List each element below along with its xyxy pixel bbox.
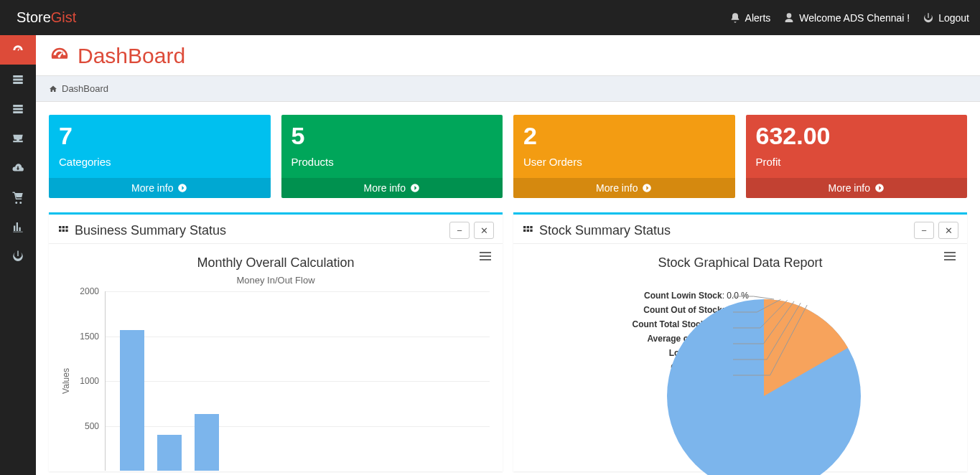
panel-stock: Stock Summary Status − ✕ Stock Graphical… <box>513 212 967 471</box>
panel-title: Stock Summary Status <box>522 223 671 238</box>
logout-link[interactable]: Logout <box>923 12 969 24</box>
y-axis-label: Values <box>61 368 71 394</box>
page-title: DashBoard <box>78 44 185 68</box>
close-button[interactable]: ✕ <box>474 222 494 239</box>
user-icon <box>783 12 795 24</box>
panel-tools: − ✕ <box>914 222 958 239</box>
main-content: DashBoard DashBoard 7 Categories More in… <box>36 35 980 475</box>
bar-chart: Monthly Overall Calculation Money In/Out… <box>49 244 503 471</box>
panel-tools: − ✕ <box>449 222 494 239</box>
plot-area <box>105 291 490 471</box>
collapse-button[interactable]: − <box>914 222 934 239</box>
home-icon <box>49 85 57 93</box>
pie-chart: Stock Graphical Data Report Count Lowin … <box>513 244 967 471</box>
bell-icon <box>729 12 741 24</box>
stat-label: Profit <box>756 156 958 168</box>
content: 7 Categories More info 5 Products More i… <box>36 102 980 475</box>
stat-label: Categories <box>59 156 261 168</box>
barchart-icon <box>11 220 24 233</box>
pie-holder <box>667 299 861 475</box>
collapse-button[interactable]: − <box>449 222 470 239</box>
sidebar-item-grid2[interactable] <box>0 94 36 123</box>
y-axis: Values 500100015002000 <box>62 291 105 471</box>
sidebar <box>0 35 36 475</box>
top-header: StoreGist Alerts Welcome ADS Chennai ! L… <box>0 0 980 35</box>
brand-a: Store <box>17 9 51 25</box>
sidebar-item-cart[interactable] <box>0 182 36 212</box>
sidebar-item-cloud[interactable] <box>0 153 36 182</box>
logout-label: Logout <box>938 12 969 24</box>
chart-title: Monthly Overall Calculation <box>62 255 490 271</box>
stat-value: 7 <box>59 122 261 150</box>
pie-svg <box>667 299 861 475</box>
more-info-link[interactable]: More info <box>49 178 271 198</box>
bar <box>120 330 144 471</box>
breadcrumb: DashBoard <box>36 75 980 102</box>
stat-box-profit: 632.00 Profit More info <box>746 115 968 198</box>
alerts-link[interactable]: Alerts <box>729 12 771 24</box>
more-info-link[interactable]: More info <box>513 178 735 198</box>
page-header: DashBoard <box>36 35 980 75</box>
panel-head: Business Summary Status − ✕ <box>49 215 503 244</box>
chart-menu-button[interactable] <box>944 250 956 263</box>
breadcrumb-item[interactable]: DashBoard <box>62 83 108 94</box>
cloud-down-icon <box>11 161 24 174</box>
panel-business: Business Summary Status − ✕ Monthly Over… <box>49 212 503 471</box>
sidebar-item-chart[interactable] <box>0 212 36 241</box>
more-info-link[interactable]: More info <box>281 178 503 198</box>
stat-box-products: 5 Products More info <box>281 115 503 198</box>
stat-box-user orders: 2 User Orders More info <box>513 115 735 198</box>
grid-icon <box>57 225 69 236</box>
stat-box-categories: 7 Categories More info <box>49 115 271 198</box>
brand-b: Gist <box>51 9 77 25</box>
panel-title-text: Stock Summary Status <box>539 223 671 238</box>
welcome-link[interactable]: Welcome ADS Chennai ! <box>783 12 910 24</box>
stat-value: 5 <box>291 122 493 150</box>
arrow-circle-icon <box>874 183 885 193</box>
bar <box>157 435 182 471</box>
chart-menu-button[interactable] <box>480 250 491 263</box>
sidebar-item-dashboard[interactable] <box>0 35 36 65</box>
sidebar-item-inbox[interactable] <box>0 123 36 153</box>
alerts-label: Alerts <box>745 12 771 24</box>
header-right: Alerts Welcome ADS Chennai ! Logout <box>729 12 969 24</box>
cart-icon <box>11 191 24 204</box>
sidebar-item-power[interactable] <box>0 241 36 271</box>
arrow-circle-icon <box>177 183 187 193</box>
grid-icon <box>522 225 533 236</box>
power-icon <box>923 12 934 24</box>
panel-title: Business Summary Status <box>57 223 226 238</box>
stat-row: 7 Categories More info 5 Products More i… <box>49 115 967 198</box>
power-icon <box>11 250 24 263</box>
brand-logo[interactable]: StoreGist <box>17 9 76 26</box>
stat-label: Products <box>291 156 493 168</box>
stat-value: 2 <box>523 122 725 150</box>
table-icon <box>11 103 24 116</box>
welcome-label: Welcome ADS Chennai ! <box>799 12 910 24</box>
dashboard-icon <box>11 44 24 57</box>
stat-label: User Orders <box>523 156 725 168</box>
bar <box>195 414 219 471</box>
inbox-icon <box>11 132 24 145</box>
arrow-circle-icon <box>642 183 652 193</box>
sidebar-item-grid1[interactable] <box>0 65 36 94</box>
stat-value: 632.00 <box>756 122 958 150</box>
dashboard-icon <box>49 45 70 67</box>
panel-row: Business Summary Status − ✕ Monthly Over… <box>49 212 967 471</box>
chart-title: Stock Graphical Data Report <box>526 255 954 271</box>
panel-head: Stock Summary Status − ✕ <box>513 215 967 244</box>
panel-title-text: Business Summary Status <box>75 223 226 238</box>
close-button[interactable]: ✕ <box>938 222 958 239</box>
arrow-circle-icon <box>410 183 420 193</box>
table-icon <box>11 73 24 86</box>
more-info-link[interactable]: More info <box>746 178 968 198</box>
chart-subtitle: Money In/Out Flow <box>62 275 490 286</box>
